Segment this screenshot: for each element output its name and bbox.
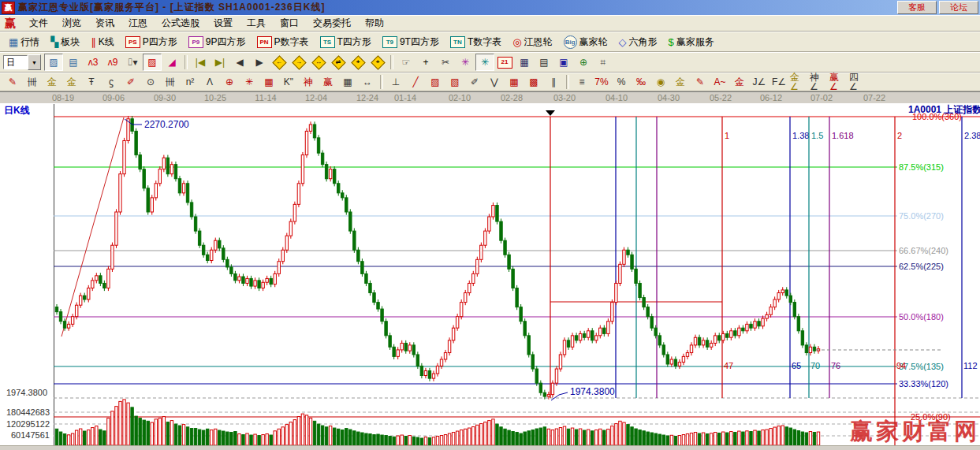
shen-angle-tool[interactable]: 神∠ [809,73,828,91]
next-button[interactable]: ▶ [250,54,269,71]
period-combo[interactable]: 日▼ [3,54,41,70]
f-angle-tool[interactable]: F∠ [769,73,788,91]
chart-area[interactable]: 100.0%(360)87.5%(315)75.0%(270)66.67%(24… [0,104,980,445]
circle-cross-tool[interactable]: ⊕ [220,73,239,91]
star-web-tool[interactable]: ✳ [240,73,259,91]
comb2-tool[interactable]: 卌 [161,73,180,91]
hexagon-button[interactable]: ◇六角形 [615,35,661,50]
pct-tool[interactable]: % [612,73,631,91]
menu-item-0[interactable]: 文件 [22,16,55,31]
parallel-tool[interactable]: ∥ [544,73,563,91]
pen-box-tool[interactable]: ▨ [426,73,445,91]
gold-angle-tool[interactable]: 金∠ [789,73,808,91]
pct-ruler-tool[interactable]: 7% [592,73,611,91]
t-table-button[interactable]: TNT数字表 [446,35,505,50]
ying-tool[interactable]: 赢 [319,73,337,91]
menu-item-9[interactable]: 帮助 [358,16,391,31]
gann-pen-tool[interactable]: ✎ [3,73,22,91]
menu-item-7[interactable]: 窗口 [273,16,306,31]
calculator-button[interactable]: ▦ [515,54,534,71]
shift-left-button[interactable]: ← [270,54,289,71]
angle-tool[interactable]: Λ [200,73,219,91]
quotes-button[interactable]: ▦行情 [5,35,43,50]
analysis-teal-button[interactable]: ✳ [475,54,494,71]
wave-a-tool[interactable]: A~ [710,73,729,91]
info-button[interactable]: ▤ [64,54,83,71]
customer-service-button[interactable]: 客服 [897,1,937,14]
notes-button[interactable]: ▤ [535,54,553,71]
pencil-angle-tool[interactable]: ✐ [465,73,484,91]
chart3-button[interactable]: ʌ3 [84,54,102,71]
menu-item-3[interactable]: 江恩 [121,16,155,31]
gold-line-tool[interactable]: 金 [671,73,690,91]
p-square-button[interactable]: PSP四方形 [121,35,181,50]
menu-item-6[interactable]: 工具 [240,16,273,31]
shrink-v-button[interactable]: + [368,54,387,71]
pen-candle-tool[interactable]: ✎ [691,73,710,91]
color-chart-button[interactable]: ◢ [162,54,181,71]
red-grid2-tool[interactable]: ▩ [524,73,543,91]
9p-square-button[interactable]: P99P四方形 [184,35,250,50]
j-angle-tool[interactable]: J∠ [750,73,769,91]
winner-wheel-button[interactable]: Big赢家轮 [560,35,612,50]
prev-button[interactable]: ◀ [230,54,249,71]
k-mark-tool[interactable]: K" [279,73,298,91]
web-grid-tool[interactable]: ▦ [259,73,278,91]
gann-wheel-button[interactable]: ◎江恩轮 [509,35,556,50]
chart9-button[interactable]: ʌ9 [103,54,122,71]
plumb-tool[interactable]: ⊥ [386,73,405,91]
winner-service-button[interactable]: $赢家服务 [665,35,718,50]
pattern-button[interactable]: ▨ [143,54,162,71]
p-table-button[interactable]: PNP数字表 [253,35,313,50]
n-square-tool[interactable]: n² [181,73,199,91]
grid-123-tool[interactable]: ▦ [338,73,357,91]
shrink-h-button[interactable]: ⇌ [329,54,348,71]
ruler-comb-tool[interactable]: 卌 [23,73,42,91]
rays-tool[interactable]: ╱ [406,73,425,91]
menu-item-4[interactable]: 公式选股 [155,16,207,31]
network-button[interactable]: ⊕ [574,54,593,71]
expand-v-button[interactable]: + [348,54,367,71]
shen-tool[interactable]: 神 [299,73,318,91]
width-tool[interactable]: ↔ [358,73,377,91]
kline-chart-svg[interactable]: 100.0%(360)87.5%(315)75.0%(270)66.67%(24… [0,104,980,445]
pct-line-tool[interactable]: ‰ [632,73,650,91]
f-ruler-tool[interactable]: Ŧ [82,73,101,91]
shift-right-button[interactable]: → [289,54,308,71]
calendar-button[interactable]: 21 [495,54,514,71]
crosshair-button[interactable]: + [416,54,435,71]
gann-clock-tool[interactable]: ⊙ [141,73,160,91]
sectors-button[interactable]: ▚板块 [47,35,84,50]
hand-tool-button[interactable]: ☞ [397,54,415,71]
pen2-tool[interactable]: ✐ [121,73,140,91]
menu-item-1[interactable]: 浏览 [55,16,88,31]
box-rays-tool[interactable]: ▧ [445,73,464,91]
red-grid-tool[interactable]: ▦ [505,73,524,91]
chart-window-button[interactable]: ▨ [44,54,63,71]
menu-item-2[interactable]: 资讯 [88,16,121,31]
menu-item-5[interactable]: 设置 [207,16,240,31]
v-wave-tool[interactable]: ⋁ [485,73,504,91]
spiral-tool[interactable]: ϛ [102,73,121,91]
t-square-button[interactable]: TST四方形 [316,35,375,50]
analysis-purple-button[interactable]: ✳ [456,54,475,71]
first-page-button[interactable]: |◀ [191,54,210,71]
period-combo-arrow-icon[interactable]: ▼ [28,54,41,70]
forum-button[interactable]: 论坛 [939,1,978,14]
last-page-button[interactable]: ▶| [211,54,229,71]
gold-circle-tool[interactable]: ◉ [651,73,670,91]
e-ruler-tool[interactable]: ≡ [572,73,591,91]
remote-button[interactable]: ⌗ [594,54,613,71]
gold-section-tool[interactable]: 金 [43,73,61,91]
four-angle-tool[interactable]: 四∠ [848,73,867,91]
menu-item-8[interactable]: 交易委托 [306,16,358,31]
title-bar[interactable]: 赢 赢家江恩专业版[赢家服务平台] - [上证指数 SH1A0001-236日K… [0,0,980,15]
candle-style-combo[interactable]: ⌷▾ [123,54,142,71]
kline-button[interactable]: ∥K线 [87,35,118,50]
ying-angle-tool[interactable]: 赢∠ [829,73,848,91]
gold-red-tool[interactable]: 金 [730,73,749,91]
save-button[interactable]: ▣ [554,54,573,71]
gold-section2-tool[interactable]: 金 [62,73,81,91]
9t-square-button[interactable]: T99T四方形 [378,35,443,50]
expand-h-button[interactable]: ↔ [309,54,328,71]
